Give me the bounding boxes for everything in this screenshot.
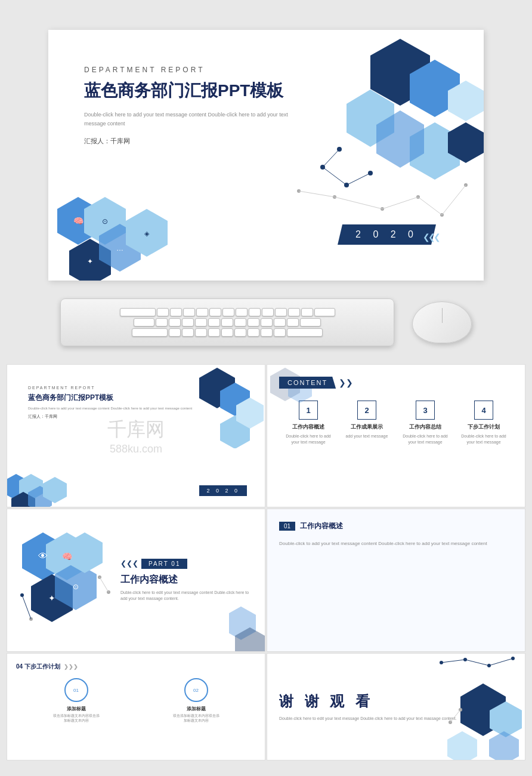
key [120,308,156,316]
key [156,318,168,327]
content-desc-4: Double-click here to add your text messa… [457,433,511,445]
key [209,308,221,316]
key [221,318,233,327]
svg-point-1 [320,165,325,170]
slide-main: DEPARTMENT REPORT 蓝色商务部门汇报PPT模板 Double-c… [48,30,484,281]
work-title: 工作内容概述 [300,521,343,531]
part-hex-group: 👁 🧠 ✦ ⊙ [16,526,112,634]
content-title-4: 下步工作计划 [457,423,511,431]
key [221,328,233,337]
plan-desc-2: 双击添加标题文本内容双击添加标题文本内容 [172,714,220,723]
key [182,328,194,337]
svg-point-8 [440,213,444,217]
svg-text:⊙: ⊙ [102,217,108,226]
content-title-3: 工作内容总结 [398,423,452,431]
key [196,308,208,316]
key [287,318,299,327]
content-header: CONTENT ❯❯ [279,377,513,389]
svg-line-14 [335,197,382,209]
svg-text:🧠: 🧠 [62,552,73,562]
slide-plan[interactable]: 04 下步工作计划 ❯❯❯ 01 添加标题 双击添加标题文本内容双击添加标题文本… [7,653,265,760]
part-content: ❮❮❮ PART 01 工作内容概述 Duble-click here to e… [112,559,256,602]
slide-thanks[interactable]: 谢 谢 观 看 Double-click here to edit your t… [267,653,525,760]
svg-line-17 [442,185,466,215]
svg-point-0 [337,147,342,152]
content-desc-3: Double-click here to add your text messa… [398,433,452,445]
hex-light-2 [448,81,484,121]
svg-line-57 [489,658,513,666]
chevron-deco: ❮❮❮ [423,232,439,242]
mouse-divider [442,308,443,323]
svg-line-64 [450,710,460,722]
svg-line-55 [441,660,465,663]
content-num-4: 4 [474,401,493,420]
work-num: 01 [279,522,295,531]
slide-thumb-3[interactable]: 👁 🧠 ✦ ⊙ ❮❮❮ PART 01 工作内容概述 Duble-click h… [7,509,265,652]
hex-light-3 [347,90,394,147]
svg-point-4 [333,195,336,199]
hex-mid-2 [376,110,424,168]
slide-thumb-2[interactable]: CONTENT ❯❯ 1 工作内容概述 Double-click here to… [267,364,525,507]
slide-subtitle: Double-click here to add your text messa… [84,110,311,128]
svg-marker-60 [489,731,519,760]
part-title: 工作内容概述 [120,574,256,586]
thumb1-year: 2 0 2 0 [199,485,247,496]
key [169,318,181,327]
svg-line-10 [323,149,339,167]
slide-thumb-4[interactable]: 01 工作内容概述 Double-click to add your text … [267,509,525,652]
plan-title-2: 添加标题 [172,706,220,712]
key [182,318,194,327]
svg-point-5 [297,189,301,193]
key [274,328,286,337]
key [132,328,168,337]
plan-desc-1: 双击添加标题文本内容双击添加标题文本内容 [52,714,100,723]
svg-point-2 [344,183,349,187]
year-badge: 2 0 2 0 [338,224,436,245]
content-item-3: 3 工作内容总结 Double-click here to add your t… [398,401,452,445]
part-desc: Duble-click here to edit your text messa… [120,590,256,602]
key [183,308,195,316]
slide1-content: DEPARTMENT REPORT 蓝色商务部门汇报PPT模板 Double-c… [84,66,311,146]
key [195,318,207,327]
svg-text:…: … [116,244,123,252]
key [222,308,234,316]
key [288,308,300,316]
content-item-2: 2 工作成果展示 add your text message [340,401,394,445]
svg-line-15 [382,197,418,209]
keyboard [60,298,394,346]
slide-thumb-1[interactable]: DEPARTMENT REPORT 蓝色商务部门汇报PPT模板 Double-c… [7,364,265,507]
key [170,308,182,316]
key [236,308,248,316]
work-desc: Double-click to add your text message co… [279,540,513,548]
content-label: CONTENT [279,377,336,389]
key [301,308,313,316]
svg-point-9 [464,183,468,187]
content-desc-2: add your text message [340,433,394,439]
key [300,318,321,327]
svg-line-56 [465,660,489,666]
key [208,318,220,327]
plan-circle-2: 02 [184,678,208,702]
part-arrows-icon: ❮❮❮ [120,559,138,568]
hex-light-1 [410,122,460,180]
keyboard-section [48,298,484,346]
svg-text:✦: ✦ [87,257,93,266]
content-num-3: 3 [416,401,435,420]
svg-point-6 [381,207,384,211]
key-row-2 [67,318,388,327]
key [262,308,274,316]
svg-line-48 [100,577,109,592]
key [249,308,261,316]
mouse [412,301,472,343]
slide-title: 蓝色商务部门汇报PPT模板 [84,80,311,101]
key [314,308,335,316]
svg-text:👁: 👁 [38,551,48,561]
key [208,328,220,337]
svg-line-12 [347,173,370,185]
plan-arrows-icon: ❯❯❯ [64,664,78,670]
key [275,308,287,316]
plan-circle-1: 01 [64,678,88,702]
svg-line-16 [418,197,442,215]
slides-grid: DEPARTMENT REPORT 蓝色商务部门汇报PPT模板 Double-c… [7,364,525,652]
key [134,318,154,327]
